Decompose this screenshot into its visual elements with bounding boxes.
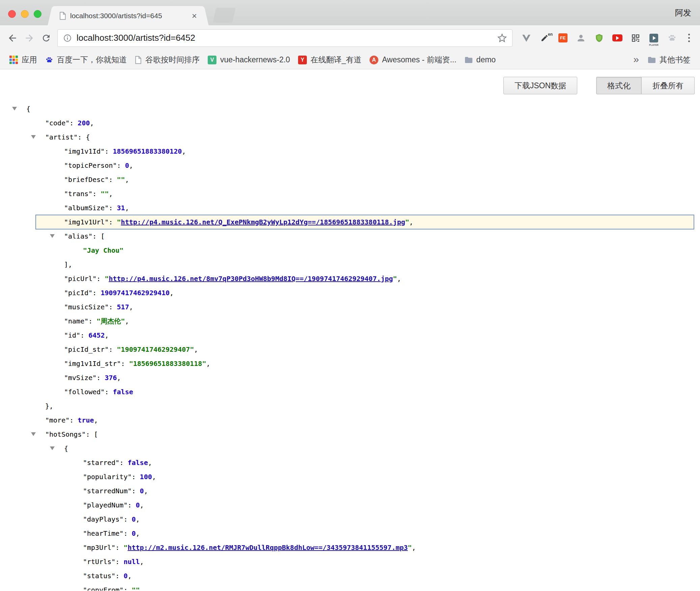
json-token: 200: [78, 119, 90, 127]
bookmark-star-icon[interactable]: [497, 33, 507, 43]
json-link[interactable]: http://m2.music.126.net/RMJR7wDullRqppBk…: [127, 543, 408, 552]
apps-shortcut[interactable]: 应用: [5, 53, 41, 67]
json-line: "followed": false: [0, 385, 700, 399]
json-token: "playedNum": [83, 501, 127, 509]
bookmark-item[interactable]: Vvue-hackernews-2.0: [204, 54, 294, 66]
json-line: "playedNum": 0,: [0, 498, 700, 512]
new-tab-button[interactable]: [213, 8, 236, 23]
json-viewer: {"code": 200,"artist": {"img1v1Id": 1856…: [0, 102, 700, 591]
json-link[interactable]: http://p4.music.126.net/Q_ExePNkmgB2yWyL…: [121, 218, 405, 226]
json-token: "img1v1Id_str": [64, 360, 121, 368]
reload-button[interactable]: [38, 30, 55, 46]
bookmark-item[interactable]: Y在线翻译_有道: [294, 53, 366, 67]
json-token: :: [69, 119, 78, 127]
json-link[interactable]: http://p4.music.126.net/8mv7qP30Pd3oHW8b…: [109, 275, 393, 283]
json-token: 18569651883380120: [113, 147, 182, 155]
bookmarks-overflow-chevron[interactable]: »: [629, 54, 644, 66]
json-token: ,: [94, 416, 98, 424]
browser-menu-icon[interactable]: [682, 30, 696, 46]
json-token: "hotSongs": [45, 430, 86, 438]
paw-extension-icon[interactable]: [666, 32, 678, 44]
json-line[interactable]: "hotSongs": [: [0, 427, 700, 441]
json-token: ,: [129, 303, 133, 311]
json-token: 0: [125, 161, 129, 169]
json-token: 0: [136, 501, 140, 509]
minimize-window-button[interactable]: [21, 10, 29, 18]
json-token: "name": [64, 317, 88, 325]
json-line: "albumSize": 31,: [0, 201, 700, 215]
format-button[interactable]: 格式化: [596, 77, 642, 94]
json-token: ": [393, 275, 397, 283]
collapse-toggle-icon[interactable]: [12, 107, 17, 111]
json-token: "alias": [64, 232, 92, 240]
json-token: :: [117, 161, 125, 169]
json-token: :: [121, 360, 129, 368]
json-line[interactable]: "artist": {: [0, 130, 700, 144]
view-mode-segmented: 格式化 折叠所有: [596, 77, 695, 94]
other-bookmarks-folder[interactable]: 其他书签: [644, 53, 695, 67]
translate-pen-icon[interactable]: en: [538, 32, 551, 44]
json-token: :: [92, 289, 100, 297]
json-line: "starred": false,: [0, 456, 700, 470]
forward-button[interactable]: [21, 30, 38, 46]
person-extension-icon[interactable]: [575, 32, 587, 44]
collapse-toggle-icon[interactable]: [31, 135, 36, 139]
json-line: "copyFrom": "",: [0, 583, 700, 591]
json-token: ,: [125, 176, 129, 184]
json-token: :: [109, 176, 117, 184]
json-line: "dayPlays": 0,: [0, 512, 700, 526]
json-line: },: [0, 399, 700, 413]
collapse-all-button[interactable]: 折叠所有: [642, 77, 695, 94]
json-token: :: [109, 218, 117, 226]
player-extension-icon[interactable]: PLAYER: [647, 32, 660, 44]
json-token: {: [26, 105, 30, 113]
apps-grid-icon: [9, 56, 18, 64]
json-token: :: [69, 416, 78, 424]
json-line[interactable]: {: [0, 102, 700, 116]
collapse-toggle-icon[interactable]: [50, 234, 55, 238]
back-button[interactable]: [4, 30, 21, 46]
json-token: :: [105, 388, 113, 396]
json-token: "img1v1Id": [64, 147, 105, 155]
bookmark-item[interactable]: demo: [461, 54, 500, 66]
json-line: "more": true,: [0, 413, 700, 427]
json-token: ,: [136, 515, 140, 523]
json-token: "trans": [64, 190, 92, 198]
bookmark-item[interactable]: 百度一下，你就知道: [41, 53, 131, 67]
json-token: 0: [123, 572, 127, 580]
page-info-icon[interactable]: [63, 34, 72, 42]
zoom-window-button[interactable]: [34, 10, 41, 18]
json-token: "albumSize": [64, 204, 109, 212]
v-extension-icon[interactable]: [520, 32, 533, 44]
profile-name[interactable]: 阿发: [675, 7, 691, 18]
youtube-extension-icon[interactable]: [611, 32, 624, 44]
collapse-toggle-icon[interactable]: [50, 446, 55, 450]
json-token: ,: [170, 289, 174, 297]
shield-extension-icon[interactable]: [593, 32, 606, 44]
fe-extension-icon[interactable]: FE: [556, 32, 569, 44]
close-window-button[interactable]: [8, 10, 16, 18]
url-bar[interactable]: localhost:3000/artists?id=6452: [57, 29, 513, 47]
json-token: "": [132, 586, 140, 591]
json-token: "rtUrls": [83, 558, 115, 566]
json-token: ,: [125, 317, 129, 325]
download-json-button[interactable]: 下载JSON数据: [503, 77, 577, 94]
json-line[interactable]: "alias": [: [0, 229, 700, 243]
json-token: :: [109, 303, 117, 311]
tab-close-icon[interactable]: ×: [192, 11, 197, 20]
json-line[interactable]: {: [0, 441, 700, 456]
collapse-toggle-icon[interactable]: [31, 432, 36, 436]
qr-extension-icon[interactable]: [629, 32, 642, 44]
json-line: "musicSize": 517,: [0, 300, 700, 314]
json-token: 19097417462929410: [100, 289, 170, 297]
browser-tab[interactable]: localhost:3000/artists?id=645 ×: [54, 6, 202, 25]
json-token: "starred": [83, 459, 119, 467]
json-token: :: [123, 529, 132, 537]
json-line: "topicPerson": 0,: [0, 158, 700, 173]
json-token: "status": [83, 572, 115, 580]
json-token: ,: [409, 218, 413, 226]
bookmark-item[interactable]: 谷歌按时间排序: [131, 53, 204, 67]
bookmark-item[interactable]: AAwesomes - 前端资...: [366, 53, 461, 67]
json-line: "picId_str": "19097417462929407",: [0, 342, 700, 356]
url-input[interactable]: localhost:3000/artists?id=6452: [77, 33, 195, 43]
